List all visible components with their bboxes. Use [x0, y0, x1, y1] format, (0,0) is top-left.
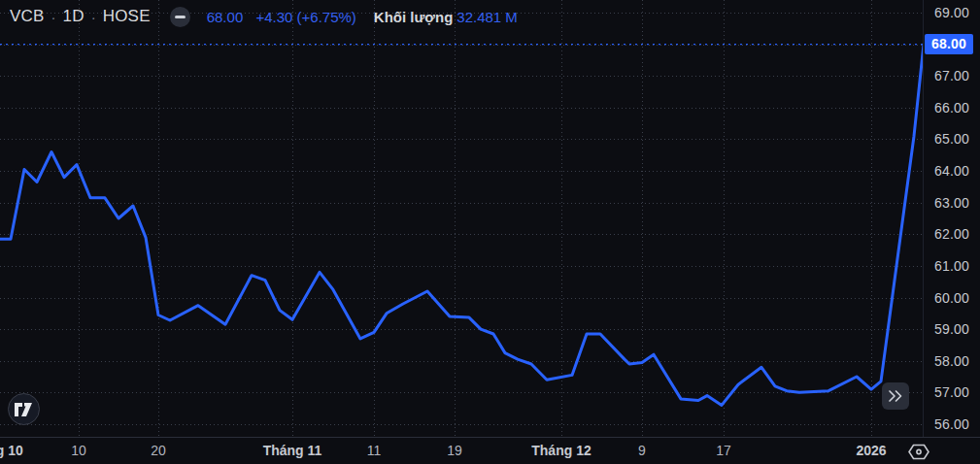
price-axis[interactable]: 69.0068.0067.0066.0065.0064.0063.0062.00…	[924, 0, 980, 437]
tv-glyph-icon	[15, 403, 33, 416]
price-axis-label: 64.00	[934, 162, 969, 180]
time-axis-label: 2026	[856, 443, 886, 458]
time-axis[interactable]: Tháng 101020Tháng 111119Tháng 129172026	[0, 438, 980, 464]
price-axis-label: 56.00	[934, 415, 969, 433]
price-axis-label: 65.00	[934, 130, 969, 148]
time-axis-label: 17	[716, 443, 731, 458]
hexagon-dot-icon	[907, 444, 930, 460]
price-axis-label: 57.00	[934, 383, 969, 401]
time-axis-label: 19	[447, 443, 462, 458]
scale-settings-icon[interactable]	[905, 442, 932, 461]
time-axis-label: 10	[71, 443, 86, 458]
tradingview-logo[interactable]	[8, 393, 40, 425]
price-axis-label: 62.00	[934, 225, 969, 243]
double-chevron-right-icon	[887, 389, 904, 403]
price-axis-label: 69.00	[934, 4, 969, 21]
symbol-legend: VCB · 1D · HOSE 68.00 +4.30 (+6.75%) Khố…	[10, 5, 518, 28]
legend-separator: ·	[91, 9, 96, 25]
time-axis-label: Tháng 11	[263, 443, 322, 458]
symbol-exchange: HOSE	[103, 7, 151, 26]
symbol-interval: 1D	[63, 7, 84, 26]
volume-value: 32.481 M	[456, 9, 518, 25]
price-axis-label: 67.00	[934, 67, 969, 84]
current-price-label: 68.00	[925, 34, 973, 54]
price-line-series	[0, 45, 924, 406]
price-axis-label: 63.00	[934, 194, 969, 212]
price-axis-label: 60.00	[934, 289, 969, 307]
quote-values: 68.00 +4.30 (+6.75%)	[207, 9, 356, 25]
price-chart-pane[interactable]	[0, 0, 924, 437]
time-axis-label: 11	[367, 443, 382, 458]
price-axis-label: 61.00	[934, 257, 969, 275]
price-axis-label: 59.00	[934, 320, 969, 338]
price-axis-label: 66.00	[934, 99, 969, 116]
time-axis-label: 20	[151, 443, 166, 458]
price-change-value: +4.30 (+6.75%)	[255, 9, 355, 25]
time-axis-label: Tháng 10	[0, 443, 23, 458]
last-price-value: 68.00	[207, 9, 244, 25]
time-axis-label: 9	[638, 443, 646, 458]
hide-indicator-icon[interactable]	[170, 7, 190, 27]
tradingview-chart-window: VCB · 1D · HOSE 68.00 +4.30 (+6.75%) Khố…	[0, 0, 980, 464]
volume-label: Khối lượng	[374, 9, 454, 25]
price-axis-label: 58.00	[934, 352, 969, 370]
go-to-latest-button[interactable]	[882, 382, 909, 410]
symbol-name: VCB	[10, 7, 45, 26]
legend-separator: ·	[51, 9, 56, 25]
time-axis-label: Tháng 12	[531, 443, 591, 458]
